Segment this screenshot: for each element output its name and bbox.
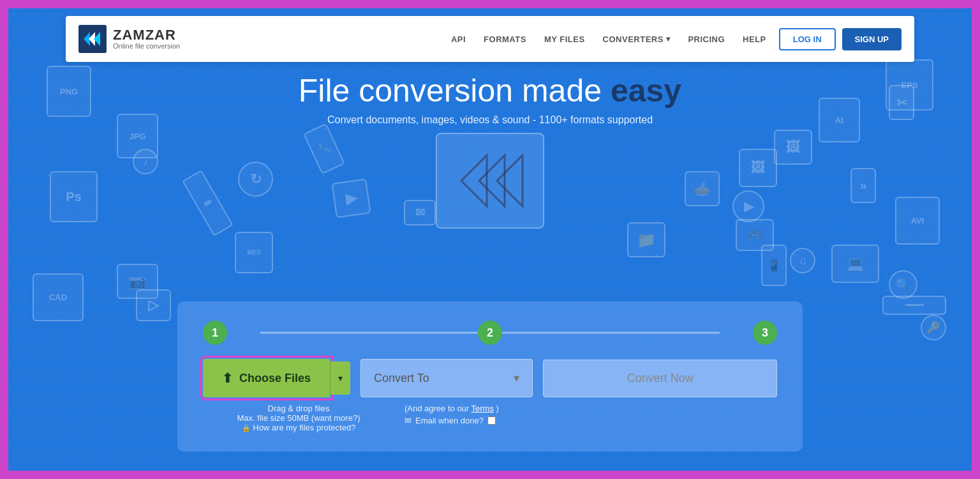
- nav-help[interactable]: HELP: [743, 34, 766, 44]
- convert-to-button[interactable]: Convert To ▾: [360, 359, 533, 397]
- choose-files-group: ⬆ Choose Files ▾: [203, 359, 350, 397]
- floating-icon-camera: 📷: [117, 264, 158, 299]
- floating-icon-ps: Ps: [50, 171, 98, 222]
- floating-icon-ruler: ━━━━: [882, 296, 946, 315]
- nav-converters[interactable]: CONVERTERS ▾: [603, 34, 671, 44]
- lock-icon: 🔒: [242, 424, 251, 432]
- floating-icon-arrow-r: »: [850, 168, 876, 203]
- want-more-link[interactable]: (want more?): [311, 413, 360, 423]
- step-3: 3: [753, 321, 777, 345]
- page-container: PNG JPG Ps CAD ♪ ✏ ↻ ▶ ✉ 🔧 MP3 📷 ▷ EPS A…: [6, 6, 974, 473]
- convert-to-group: Convert To ▾: [360, 359, 533, 397]
- floating-icon-chart: 🥧: [685, 171, 720, 206]
- email-icon: ✉: [405, 416, 412, 425]
- choose-dropdown-chevron-icon: ▾: [338, 373, 343, 383]
- terms-link[interactable]: Terms: [471, 404, 494, 413]
- login-button[interactable]: LOG IN: [779, 28, 836, 50]
- floating-icon-img-r2: 🖼: [774, 130, 812, 165]
- nav-buttons: LOG IN SIGN UP: [779, 28, 902, 50]
- floating-icon-search-r: 🔍: [889, 270, 917, 299]
- nav-links: API FORMATS MY FILES CONVERTERS ▾ PRICIN…: [451, 34, 766, 44]
- conversion-panel: 1 2 3 ⬆ Choose Files ▾ Convert To: [177, 301, 803, 452]
- svg-marker-3: [461, 155, 487, 206]
- floating-icon-laptop-r: 💻: [831, 245, 879, 283]
- floating-icon-pencil: ✏: [182, 170, 233, 236]
- svg-marker-5: [497, 155, 523, 206]
- floating-icon-image-r: 🖼: [739, 149, 777, 187]
- signup-button[interactable]: SIGN UP: [842, 28, 902, 50]
- floating-icon-gamepad: 🎮: [736, 219, 774, 251]
- floating-icon-folder: 📁: [627, 222, 665, 257]
- upload-icon: ⬆: [222, 370, 233, 386]
- drag-drop-text: Drag & drop files: [203, 404, 394, 413]
- choose-files-button[interactable]: ⬆ Choose Files: [203, 359, 330, 397]
- choose-files-dropdown-button[interactable]: ▾: [330, 361, 350, 395]
- file-protection-row: 🔒 How are my files protected?: [203, 423, 394, 432]
- navbar: ZAMZAR Online file conversion API FORMAT…: [66, 16, 914, 62]
- floating-icon-keys: 🔑: [921, 315, 946, 340]
- hero-section: File conversion made easy Convert docume…: [8, 72, 972, 126]
- logo-text: ZAMZAR Online file conversion: [113, 28, 180, 50]
- hero-title: File conversion made easy: [8, 72, 972, 109]
- email-checkbox[interactable]: [487, 416, 496, 425]
- email-row: ✉ Email when done?: [405, 416, 777, 425]
- nav-my-files[interactable]: MY FILES: [544, 34, 585, 44]
- convert-to-chevron-icon: ▾: [514, 371, 519, 385]
- floating-icon-mp3: MP3: [235, 232, 273, 273]
- center-icon-area: [436, 133, 544, 229]
- converters-chevron-icon: ▾: [666, 34, 671, 43]
- floating-icon-sync: ↻: [238, 162, 273, 197]
- below-controls: Drag & drop files Max. file size 50MB (w…: [203, 404, 777, 432]
- floating-icon-music1: ♪: [133, 149, 158, 174]
- floating-icon-mobile: 📱: [761, 245, 787, 286]
- nav-formats[interactable]: FORMATS: [484, 34, 526, 44]
- nav-api[interactable]: API: [451, 34, 466, 44]
- hero-subtitle: Convert documents, images, videos & soun…: [8, 114, 972, 126]
- floating-icon-music-r: ♫: [790, 248, 815, 273]
- logo-name: ZAMZAR: [113, 28, 180, 42]
- floating-icon-avi: AVI: [895, 197, 940, 245]
- logo-icon: [78, 25, 107, 53]
- convert-now-button[interactable]: Convert Now: [543, 360, 777, 397]
- floating-icon-play-r: ▶: [732, 190, 764, 222]
- file-protected-link[interactable]: How are my files protected?: [253, 423, 355, 432]
- floating-icon-cad: CAD: [33, 273, 84, 321]
- logo-tagline: Online file conversion: [113, 42, 180, 50]
- step-2: 2: [478, 321, 502, 345]
- floating-icon-envelope: ✉: [404, 200, 436, 225]
- controls-row: ⬆ Choose Files ▾ Convert To ▾ Convert No…: [203, 359, 777, 397]
- floating-icon-vid2: ▷: [136, 289, 171, 321]
- logo[interactable]: ZAMZAR Online file conversion: [78, 25, 180, 53]
- email-label: Email when done?: [415, 416, 484, 425]
- floating-icon-play: ▶: [331, 178, 371, 218]
- max-size-text: Max. file size 50MB (want more?): [203, 413, 394, 423]
- file-info: Drag & drop files Max. file size 50MB (w…: [203, 404, 394, 432]
- nav-pricing[interactable]: PRICING: [688, 34, 725, 44]
- steps-row: 1 2 3: [203, 321, 777, 345]
- agree-area: (And agree to our Terms ) ✉ Email when d…: [405, 404, 777, 432]
- svg-marker-4: [479, 155, 505, 206]
- center-icon-box: [436, 133, 544, 229]
- terms-text: (And agree to our Terms ): [405, 404, 777, 413]
- step-1: 1: [203, 321, 227, 345]
- floating-icon-wrench: 🔧: [303, 123, 345, 174]
